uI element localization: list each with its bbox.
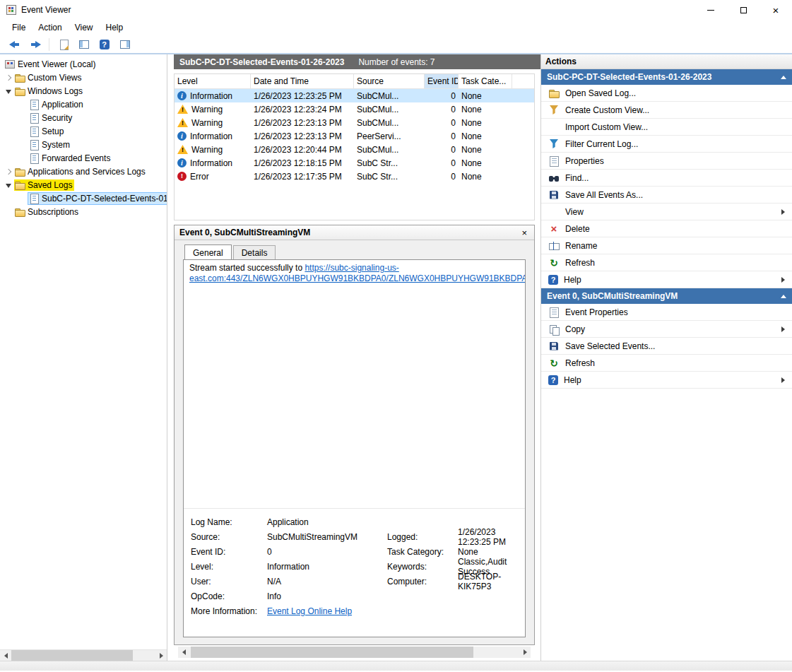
datetime-cell: 1/26/2023 12:23:13 PM: [251, 118, 354, 128]
scroll-left-button[interactable]: [178, 647, 189, 658]
show-console-tree-button[interactable]: [75, 37, 93, 52]
event-log-online-help-link[interactable]: Event Log Online Help: [267, 606, 387, 616]
tab-label: General: [193, 248, 223, 258]
event-row[interactable]: i Information 1/26/2023 12:18:15 PM SubC…: [175, 156, 534, 170]
event-row[interactable]: i Information 1/26/2023 12:23:13 PM Peer…: [175, 129, 534, 143]
sidebar-item-system[interactable]: System: [0, 138, 167, 151]
sidebar-item-windows-logs[interactable]: Windows Logs: [0, 84, 167, 98]
action-save-selected-events[interactable]: Save Selected Events...: [541, 338, 792, 355]
action-label: Save Selected Events...: [565, 341, 655, 351]
refresh-icon: ↻: [548, 358, 560, 369]
binoculars-icon: [548, 172, 560, 184]
column-header-level[interactable]: Level: [175, 74, 251, 88]
action-create-custom-view[interactable]: Create Custom View...: [541, 102, 792, 119]
menu-view[interactable]: View: [69, 21, 100, 34]
datetime-cell: 1/26/2023 12:18:15 PM: [251, 158, 354, 168]
chevron-right-icon[interactable]: [3, 166, 14, 177]
column-header-date-and-time[interactable]: Date and Time: [251, 74, 354, 88]
sidebar-item-security[interactable]: Security: [0, 111, 167, 124]
action-open-saved-log[interactable]: Open Saved Log...: [541, 85, 792, 102]
actions-section-log[interactable]: SubC-PC-DT-Selected-Events-01-26-2023: [541, 69, 792, 85]
action-label: Rename: [565, 241, 597, 251]
action-copy-submenu[interactable]: Copy: [541, 321, 792, 338]
event-row[interactable]: ! Warning 1/26/2023 12:20:44 PM SubCMul.…: [175, 143, 534, 156]
scrollbar-thumb[interactable]: [191, 647, 473, 658]
sidebar-item-custom-views[interactable]: Custom Views: [0, 71, 167, 84]
chevron-right-icon[interactable]: [3, 72, 14, 83]
forward-button[interactable]: [26, 37, 44, 52]
maximize-button[interactable]: [727, 0, 760, 20]
action-label: Filter Current Log...: [565, 139, 638, 149]
column-header-source[interactable]: Source: [354, 74, 425, 88]
action-properties[interactable]: Properties: [541, 153, 792, 170]
tab-general[interactable]: General: [184, 244, 232, 259]
export-list-button[interactable]: [54, 37, 72, 52]
detail-horizontal-scrollbar[interactable]: [178, 647, 531, 658]
action-filter-current-log[interactable]: Filter Current Log...: [541, 136, 792, 153]
back-button[interactable]: [6, 37, 23, 52]
tree-root-event-viewer-local[interactable]: Event Viewer (Local): [0, 57, 167, 71]
column-header-task-category[interactable]: Task Cate...: [459, 74, 512, 88]
folder-icon: [14, 86, 25, 97]
detail-close-button[interactable]: ×: [519, 228, 529, 237]
sidebar-item-subc-pc-dt-selected-events[interactable]: SubC-PC-DT-Selected-Events-01-: [0, 191, 167, 205]
field-row: Source: SubCMultiStreamingVM Logged: 1/2…: [191, 529, 525, 544]
scroll-right-button[interactable]: [519, 647, 531, 658]
scrollbar-track[interactable]: [473, 647, 519, 658]
event-row[interactable]: ! Warning 1/26/2023 12:23:13 PM SubCMul.…: [175, 116, 534, 129]
action-import-custom-view[interactable]: Import Custom View...: [541, 119, 792, 136]
event-row-selected[interactable]: i Information 1/26/2023 12:23:25 PM SubC…: [175, 89, 534, 102]
action-refresh-event[interactable]: ↻ Refresh: [541, 355, 792, 372]
collapse-icon[interactable]: [781, 76, 786, 79]
sidebar-item-applications-and-services-logs[interactable]: Applications and Services Logs: [0, 165, 167, 178]
show-action-pane-button[interactable]: [116, 37, 134, 52]
sidebar-item-subscriptions[interactable]: Subscriptions: [0, 205, 167, 218]
menu-help[interactable]: Help: [100, 21, 130, 34]
event-row[interactable]: ! Warning 1/26/2023 12:23:24 PM SubCMul.…: [175, 102, 534, 116]
close-icon: ×: [521, 228, 527, 238]
tab-label: Details: [242, 248, 268, 258]
action-help-submenu[interactable]: ? Help: [541, 271, 792, 288]
sidebar-item-setup[interactable]: Setup: [0, 124, 167, 138]
datetime-cell: 1/26/2023 12:17:35 PM: [251, 172, 354, 182]
scroll-right-icon: [160, 653, 163, 659]
action-delete[interactable]: × Delete: [541, 220, 792, 237]
chevron-down-icon[interactable]: [3, 86, 14, 97]
scrollbar-track[interactable]: [133, 650, 155, 661]
event-row[interactable]: ! Error 1/26/2023 12:17:35 PM SubC Str..…: [175, 170, 534, 183]
sidebar-item-saved-logs[interactable]: Saved Logs: [0, 178, 167, 191]
level-text: Information: [190, 91, 232, 101]
action-rename[interactable]: Rename: [541, 237, 792, 254]
tree-horizontal-scrollbar[interactable]: [0, 649, 167, 661]
sidebar-item-application[interactable]: Application: [0, 98, 167, 111]
action-find[interactable]: Find...: [541, 170, 792, 187]
sidebar-item-forwarded-events[interactable]: Forwarded Events: [0, 151, 167, 165]
level-cell: ! Error: [175, 172, 251, 182]
close-button[interactable]: ×: [760, 0, 792, 20]
scroll-left-button[interactable]: [0, 650, 11, 661]
icon-placeholder: [548, 122, 560, 133]
scrollbar-thumb[interactable]: [11, 650, 133, 661]
menu-file[interactable]: File: [6, 21, 32, 34]
action-view-submenu[interactable]: View: [541, 204, 792, 220]
actions-section-event[interactable]: Event 0, SubCMultiStreamingVM: [541, 288, 792, 304]
action-save-all-events-as[interactable]: Save All Events As...: [541, 187, 792, 204]
section-title: SubC-PC-DT-Selected-Events-01-26-2023: [547, 72, 711, 82]
column-header-event-id[interactable]: Event ID: [425, 74, 459, 88]
tab-details[interactable]: Details: [233, 245, 276, 260]
action-label: Refresh: [565, 258, 595, 268]
action-refresh[interactable]: ↻ Refresh: [541, 254, 792, 271]
opcode-label: OpCode:: [191, 591, 267, 601]
help-button[interactable]: ?: [95, 37, 113, 52]
tree-item-label: System: [40, 139, 72, 151]
collapse-icon[interactable]: [781, 295, 786, 298]
export-document-icon: [58, 39, 69, 50]
chevron-down-icon[interactable]: [3, 179, 14, 191]
section-title: Event 0, SubCMultiStreamingVM: [547, 291, 678, 301]
minimize-button[interactable]: [695, 0, 727, 20]
action-event-properties[interactable]: Event Properties: [541, 304, 792, 321]
action-help-event-submenu[interactable]: ? Help: [541, 372, 792, 389]
menu-action[interactable]: Action: [32, 21, 68, 34]
computer-label: Computer:: [387, 577, 458, 586]
scroll-right-button[interactable]: [155, 650, 167, 661]
